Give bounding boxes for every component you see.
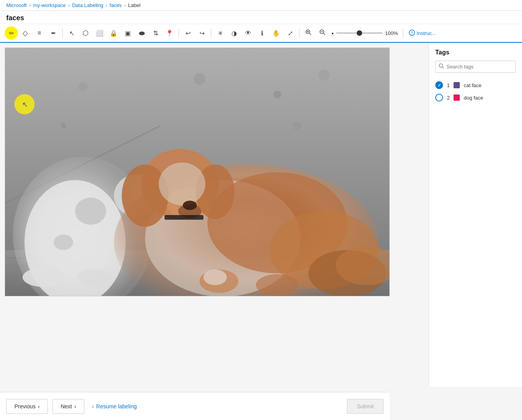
search-icon [439,63,444,70]
eyedropper-tool-button[interactable]: ✒ [47,26,60,40]
help-button[interactable]: ? Instruc... [409,30,436,37]
polygon-icon: ⬡ [82,29,89,37]
tag-label-dog-face: dog face [464,95,483,101]
page-title: faces [0,11,522,24]
zoom-control: ● 100% [331,30,401,36]
undo-button[interactable]: ↩ [181,26,194,40]
breadcrumb-microsoft[interactable]: Microsoft [6,2,27,8]
svg-point-29 [75,198,106,225]
svg-point-16 [61,123,66,128]
toolbar-separator-3 [211,28,211,38]
toolbar-separator-4 [299,28,300,38]
svg-point-42 [256,274,299,296]
help-icon: ? [409,30,415,37]
pan-icon: ✋ [272,30,280,37]
svg-line-5 [324,33,325,35]
pan-button[interactable]: ✋ [270,26,283,40]
label-image: ↖ [5,48,390,296]
resume-labeling-button[interactable]: › Resume labeling [89,399,140,413]
previous-icon: ‹ [38,403,40,410]
breadcrumb-sep-4: › [124,2,126,8]
select-tool-button[interactable]: ↖ [65,26,78,40]
contrast-button[interactable]: ◑ [228,26,241,40]
resume-label: Resume labeling [96,403,137,410]
tag-item-dog-face[interactable]: 2 dog face [435,91,516,104]
lasso-tool-button[interactable]: ⬬ [135,26,148,40]
svg-point-15 [352,103,359,110]
svg-point-34 [77,269,112,286]
lock-tool-button[interactable]: 🔒 [107,26,120,40]
eraser-icon: ◇ [23,29,28,37]
search-tags-input[interactable] [447,64,512,70]
zoom-in-icon [305,29,312,37]
brightness-icon: ✳ [218,30,223,37]
svg-point-33 [23,268,65,287]
svg-point-54 [439,64,443,67]
toolbar-separator-2 [179,28,179,38]
breadcrumb-sep-2: › [68,2,70,8]
svg-point-18 [293,121,301,130]
toolbar-separator-1 [62,28,63,38]
rect-icon: ⬜ [96,30,103,37]
lasso-icon: ⬬ [139,29,145,37]
tag-color-dog-face [454,94,460,101]
previous-button[interactable]: Previous ‹ [6,399,48,414]
polygon-tool-button[interactable]: ⬡ [79,26,92,40]
eraser-tool-button[interactable]: ◇ [19,26,32,40]
svg-text:↖: ↖ [22,101,28,108]
breadcrumb-sep-1: › [29,2,31,8]
zoom-slider[interactable] [336,32,383,34]
canvas-area: ↖ [0,43,429,387]
svg-point-30 [54,234,73,250]
resume-chevron-icon: › [92,403,94,410]
zoom-in-button[interactable] [302,26,315,40]
frame-icon: ▣ [125,30,131,37]
pencil-tool-button[interactable]: ✏ [5,26,18,40]
previous-label: Previous [14,403,35,410]
frame-tool-button[interactable]: ▣ [121,26,134,40]
submit-button[interactable]: Submit [347,399,384,414]
menu-tool-button[interactable]: ≡ [33,26,46,40]
contrast-icon: ◑ [231,30,237,37]
next-label: Next [61,403,72,410]
eye-icon: 👁 [245,30,251,37]
svg-point-11 [138,68,144,74]
svg-point-10 [78,82,88,91]
redo-icon: ↪ [200,30,205,37]
rect-tool-button[interactable]: ⬜ [93,26,106,40]
breadcrumb-sep-3: › [105,2,107,8]
svg-point-50 [183,201,197,210]
breadcrumb-workspace[interactable]: my-workspace [33,2,66,8]
help-label: Instruc... [417,30,436,36]
lock-icon: 🔒 [110,30,117,37]
image-canvas[interactable]: ↖ [5,47,390,296]
tag-number-2: 2 [447,95,450,101]
submit-label: Submit [357,403,374,410]
tag-radio-dog-face[interactable] [435,94,443,102]
breadcrumb-faces[interactable]: faces [110,2,122,8]
toolbar-separator-5 [403,28,403,38]
zoom-out-button[interactable] [316,26,329,40]
select-icon: ↖ [69,30,74,37]
svg-point-17 [236,65,241,70]
tags-title: Tags [435,49,516,56]
svg-rect-51 [165,215,203,220]
eye-button[interactable]: 👁 [242,26,255,40]
undo-icon: ↩ [186,30,191,37]
next-button[interactable]: Next › [53,399,84,414]
expand-button[interactable]: ⤢ [284,26,297,40]
next-icon: › [74,403,76,410]
svg-point-19 [41,161,47,168]
tags-panel: Tags 1 cat face 2 dog face [429,43,522,387]
brightness-button[interactable]: ✳ [214,26,227,40]
tags-search-box[interactable] [435,61,516,73]
pencil-icon: ✏ [9,30,14,37]
pin-tool-button[interactable]: 📍 [163,26,176,40]
tag-item-cat-face[interactable]: 1 cat face [435,79,516,91]
tag-radio-cat-face[interactable] [435,81,443,89]
info-button[interactable]: ℹ [256,26,269,40]
toolbar: ✏ ◇ ≡ ✒ ↖ ⬡ ⬜ 🔒 ▣ ⬬ ⇅ 📍 ↩ ↪ ✳ ◑ [0,24,522,43]
redo-button[interactable]: ↪ [195,26,208,40]
flip-tool-button[interactable]: ⇅ [149,26,162,40]
breadcrumb-data-labeling[interactable]: Data Labeling [72,2,103,8]
